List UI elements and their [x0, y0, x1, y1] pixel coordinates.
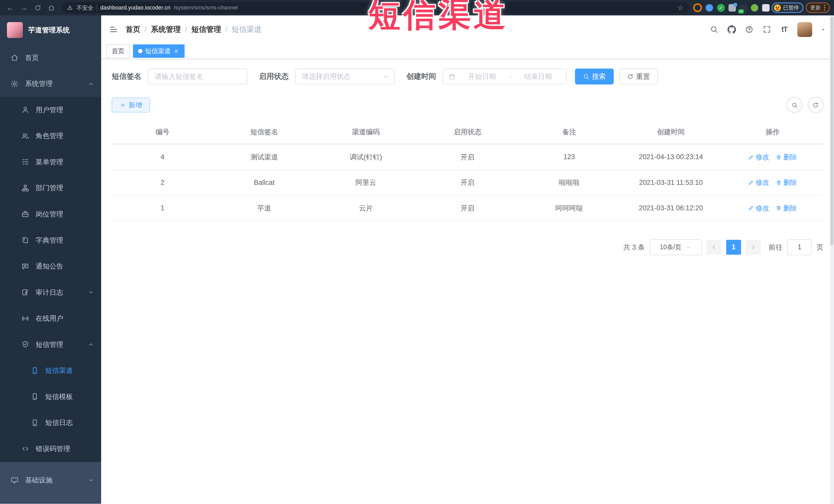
breadcrumb: 首页/系统管理/短信管理/短信渠道	[126, 24, 262, 35]
search-button[interactable]: 搜索	[575, 69, 614, 85]
extensions-row: ✓on	[693, 3, 770, 12]
fullscreen-icon[interactable]	[762, 25, 771, 34]
extension-green-check[interactable]: ✓	[717, 4, 725, 12]
cell-status: 开启	[417, 153, 518, 162]
extension-green-leaf[interactable]	[751, 4, 758, 12]
sidebar-item-user-management[interactable]: 用户管理	[0, 97, 101, 123]
extension-white-puzzle[interactable]	[762, 4, 770, 12]
page-number-button[interactable]: 1	[726, 240, 741, 255]
address-bar[interactable]: 不安全 dashboard.yudao.iocoder.cn /system/s…	[62, 2, 689, 13]
edit-link[interactable]: 修改	[748, 153, 769, 162]
breadcrumb-item[interactable]: 短信管理	[191, 24, 221, 35]
date-range-picker[interactable]: 开始日期 - 结束日期	[442, 69, 567, 85]
sidebar-item-label: 字典管理	[36, 236, 63, 245]
chevron-down-icon	[88, 477, 94, 483]
sidebar-collapse-icon[interactable]	[109, 25, 118, 34]
cell-sign: 测试渠道	[213, 153, 315, 162]
reset-button[interactable]: 重置	[619, 69, 658, 85]
tab-home[interactable]: 首页	[106, 44, 130, 58]
app-header: 首页/系统管理/短信管理/短信渠道 tT	[101, 16, 834, 44]
extension-blue-dot[interactable]	[706, 4, 713, 12]
sidebar-item-sms-log[interactable]: 短信日志	[0, 410, 101, 436]
sign-filter-input[interactable]	[148, 69, 247, 85]
delete-link[interactable]: 删除	[776, 153, 797, 162]
sidebar-item-sms-management[interactable]: 短信管理	[0, 331, 101, 358]
sidebar-item-error-code-management[interactable]: 错误码管理	[0, 436, 101, 462]
breadcrumb-item[interactable]: 系统管理	[151, 24, 181, 35]
online-users-icon	[21, 314, 29, 323]
browser-back-icon[interactable]: ←	[4, 2, 16, 14]
edit-link[interactable]: 修改	[748, 204, 769, 213]
extension-grid-badge[interactable]	[728, 4, 736, 12]
sidebar-item-home[interactable]: 首页	[0, 45, 101, 71]
column-header: 编号	[112, 127, 213, 137]
extension-dark-on[interactable]: on	[740, 4, 747, 12]
page-scrollbar-thumb[interactable]	[830, 17, 833, 245]
github-icon[interactable]	[727, 25, 736, 34]
table-settings-group	[787, 97, 824, 113]
sidebar-logo-row[interactable]: 芋道管理系统	[0, 16, 101, 45]
sidebar-item-online-users[interactable]: 在线用户	[0, 305, 101, 331]
page-unit-label: 页	[816, 243, 824, 252]
browser-forward-icon[interactable]: →	[18, 2, 30, 14]
breadcrumb-item[interactable]: 首页	[126, 24, 140, 35]
paused-badge[interactable]: 已暂停	[772, 3, 804, 13]
delete-link[interactable]: 删除	[776, 178, 797, 187]
delete-link[interactable]: 删除	[776, 204, 797, 213]
bookmark-star-icon[interactable]: ☆	[677, 4, 684, 12]
sidebar-item-notice-announcement[interactable]: 通知公告	[0, 253, 101, 279]
cell-sign: 芋道	[213, 204, 315, 213]
sidebar-item-system-management[interactable]: 系统管理	[0, 71, 101, 97]
browser-update-button[interactable]: 更新	[806, 3, 830, 13]
announcement-icon	[21, 262, 29, 270]
refresh-table-button[interactable]	[808, 97, 824, 113]
header-actions: tT	[709, 22, 826, 37]
breadcrumb-separator: /	[185, 25, 187, 34]
sidebar-item-dept-management[interactable]: 部门管理	[0, 175, 101, 201]
toggle-search-button[interactable]	[787, 97, 802, 113]
sidebar-item-dict-management[interactable]: 字典管理	[0, 227, 101, 254]
sidebar-item-sms-template[interactable]: 短信模板	[0, 384, 101, 410]
browser-toolbar: ← → 不安全 dashboard.yudao.iocoder.cn /syst…	[0, 0, 834, 16]
users-icon	[21, 132, 29, 140]
screen: ← → 不安全 dashboard.yudao.iocoder.cn /syst…	[0, 0, 834, 504]
close-icon[interactable]	[173, 48, 179, 54]
sidebar-item-role-management[interactable]: 角色管理	[0, 123, 101, 149]
font-size-icon[interactable]: tT	[780, 25, 789, 34]
edit-link[interactable]: 修改	[748, 178, 769, 187]
sidebar-item-menu-management[interactable]: 菜单管理	[0, 149, 101, 175]
search-icon[interactable]	[709, 25, 719, 34]
mobile-icon	[31, 367, 39, 375]
sidebar-item-infrastructure[interactable]: 基础设施	[0, 467, 101, 493]
next-page-button[interactable]	[746, 240, 761, 255]
reset-button-label: 重置	[636, 72, 650, 81]
cell-sign: Ballcat	[213, 179, 315, 187]
angle-right-icon	[750, 244, 756, 250]
browser-home-icon[interactable]	[46, 2, 58, 14]
goto-page-input[interactable]	[787, 239, 812, 255]
page-size-select[interactable]: 10条/页	[650, 239, 702, 255]
sidebar-item-label: 首页	[25, 53, 39, 62]
gear-icon	[10, 80, 19, 88]
edit-icon	[748, 180, 754, 185]
help-icon[interactable]	[745, 25, 754, 34]
chevron-down-icon[interactable]	[821, 27, 826, 32]
delete-link-label: 删除	[783, 204, 797, 213]
extension-orange-ring[interactable]	[693, 3, 702, 12]
column-header: 操作	[722, 127, 824, 137]
prev-page-button[interactable]	[706, 240, 721, 255]
sidebar-item-post-management[interactable]: 岗位管理	[0, 201, 101, 227]
calendar-icon	[448, 73, 455, 80]
add-button[interactable]: 新增	[112, 97, 150, 112]
tab-sms-channel[interactable]: 短信渠道	[133, 44, 184, 58]
status-filter-select[interactable]: 请选择启用状态	[295, 69, 395, 85]
page-content: 短信签名 启用状态 请选择启用状态 创建时间 开始日期 - 结束日期 搜索	[101, 59, 834, 255]
avatar[interactable]	[797, 22, 812, 37]
browser-reload-icon[interactable]	[32, 2, 44, 14]
goto-label: 前往	[769, 243, 783, 252]
briefcase-icon	[21, 210, 29, 218]
page-size-label: 10条/页	[660, 243, 681, 251]
column-header: 短信签名	[213, 127, 315, 137]
sidebar-item-audit-log[interactable]: 审计日志	[0, 279, 101, 306]
sidebar-item-sms-channel[interactable]: 短信渠道	[0, 357, 101, 384]
